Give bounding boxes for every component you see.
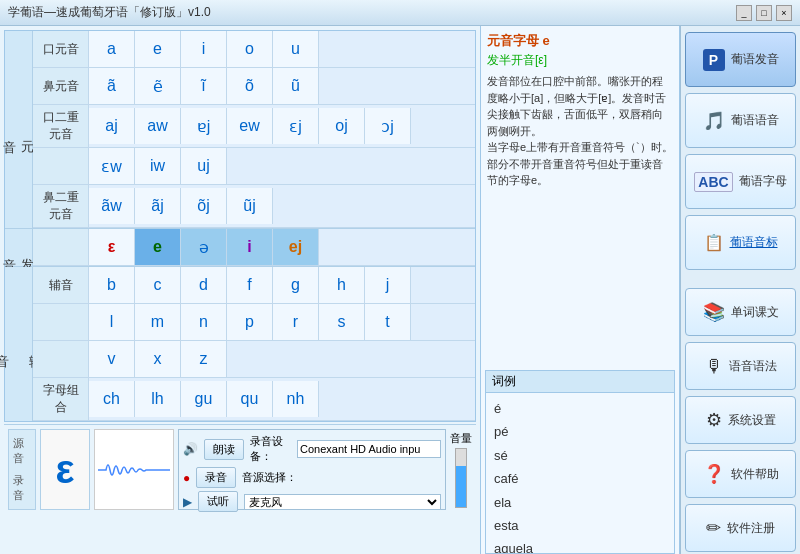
record-button[interactable]: 录音 bbox=[196, 467, 236, 488]
cell-etilde[interactable]: ẽ bbox=[135, 68, 181, 104]
cell-f[interactable]: f bbox=[227, 267, 273, 303]
cell-x[interactable]: x bbox=[135, 341, 181, 377]
volume-fill bbox=[456, 466, 466, 507]
maximize-button[interactable]: □ bbox=[756, 5, 772, 21]
word-lesson-button[interactable]: 📚 单词课文 bbox=[685, 288, 796, 336]
cell-l[interactable]: l bbox=[89, 304, 135, 340]
cell-h[interactable]: h bbox=[319, 267, 365, 303]
listen-button[interactable]: 试听 bbox=[198, 491, 238, 512]
cell-v[interactable]: v bbox=[89, 341, 135, 377]
puyu-yuyin-button[interactable]: 🎵 葡语语音 bbox=[685, 93, 796, 148]
minimize-button[interactable]: _ bbox=[736, 5, 752, 21]
puyu-fayin-button[interactable]: P 葡语发音 bbox=[685, 32, 796, 87]
cell-gu[interactable]: gu bbox=[181, 381, 227, 417]
cell-i-fa[interactable]: i bbox=[227, 229, 273, 265]
cell-i[interactable]: i bbox=[181, 31, 227, 67]
cell-iw[interactable]: iw bbox=[135, 148, 181, 184]
volume-bar bbox=[455, 448, 467, 508]
cell-s[interactable]: s bbox=[319, 304, 365, 340]
cell-opj[interactable]: ɔj bbox=[365, 108, 411, 144]
device-input[interactable] bbox=[297, 440, 441, 458]
yuyin-yufa-button[interactable]: 🎙 语音语法 bbox=[685, 342, 796, 390]
title-text: 学葡语—速成葡萄牙语「修订版」v1.0 bbox=[8, 4, 211, 21]
cell-ej[interactable]: ɐj bbox=[181, 108, 227, 144]
cell-atilde[interactable]: ã bbox=[89, 68, 135, 104]
cell-b[interactable]: b bbox=[89, 267, 135, 303]
cell-o[interactable]: o bbox=[227, 31, 273, 67]
cell-qu[interactable]: qu bbox=[227, 381, 273, 417]
read-button[interactable]: 朗读 bbox=[204, 439, 244, 460]
examples-list: é pé sé café ela esta aquela bbox=[486, 393, 674, 553]
er2-cells: ɛw iw uj bbox=[89, 148, 475, 184]
cell-ew[interactable]: ew bbox=[227, 108, 273, 144]
waveform-display bbox=[94, 429, 174, 510]
cell-g[interactable]: g bbox=[273, 267, 319, 303]
fayin-content: ε e ə i ej bbox=[33, 229, 475, 266]
listen-row: ▶ 试听 麦克风 bbox=[183, 491, 441, 512]
cell-e-sel[interactable]: e bbox=[135, 229, 181, 265]
cell-aj[interactable]: aj bbox=[89, 108, 135, 144]
fuyin-content: 辅音 b c d f g h j bbox=[33, 267, 475, 421]
cell-oj-tilde[interactable]: õj bbox=[181, 188, 227, 224]
record-label: 录音 bbox=[13, 473, 31, 503]
cell-t[interactable]: t bbox=[365, 304, 411, 340]
cell-otilde[interactable]: õ bbox=[227, 68, 273, 104]
volume-section: 音量 bbox=[450, 429, 472, 510]
spacer bbox=[685, 276, 796, 282]
yuanyin-section: 元音 口元音 a e i o u bbox=[5, 31, 475, 228]
close-button[interactable]: × bbox=[776, 5, 792, 21]
cell-aj-tilde[interactable]: ãj bbox=[135, 188, 181, 224]
er1-row: 口二重元音 aj aw ɐj ew ɛj oj ɔj bbox=[33, 105, 475, 148]
cell-p[interactable]: p bbox=[227, 304, 273, 340]
recording-controls: 🔊 朗读 录音设备： ● 录音 音源选择： ▶ 试听 麦克风 bbox=[178, 429, 446, 510]
fuyin-section: 辅音 辅音 b c d f g h j bbox=[5, 266, 475, 421]
cell-n[interactable]: n bbox=[181, 304, 227, 340]
listen-icon: ▶ bbox=[183, 495, 192, 509]
fuyin-label2 bbox=[33, 304, 89, 340]
record-icon: ● bbox=[183, 471, 190, 485]
abc-icon: ABC bbox=[694, 172, 732, 192]
cell-ej-fa[interactable]: ej bbox=[273, 229, 319, 265]
cell-a[interactable]: a bbox=[89, 31, 135, 67]
kouyu-cells: a e i o u bbox=[89, 31, 475, 67]
mic-select[interactable]: 麦克风 bbox=[244, 494, 441, 510]
cell-eps[interactable]: ε bbox=[89, 229, 135, 265]
cell-j[interactable]: j bbox=[365, 267, 411, 303]
register-button[interactable]: ✏ 软件注册 bbox=[685, 504, 796, 552]
source-label: 源音 bbox=[13, 436, 31, 466]
cell-oj[interactable]: oj bbox=[319, 108, 365, 144]
cell-e[interactable]: e bbox=[135, 31, 181, 67]
cell-epsj[interactable]: ɛj bbox=[273, 108, 319, 144]
puyu-zimu-button[interactable]: ABC 葡语字母 bbox=[685, 154, 796, 209]
biyu-label: 鼻元音 bbox=[33, 68, 89, 104]
system-settings-button[interactable]: ⚙ 系统设置 bbox=[685, 396, 796, 444]
left-panel: 元音 口元音 a e i o u bbox=[0, 26, 480, 554]
fuyin-cells2: l m n p r s t bbox=[89, 304, 475, 340]
cell-z[interactable]: z bbox=[181, 341, 227, 377]
cell-nh[interactable]: nh bbox=[273, 381, 319, 417]
cell-aw[interactable]: aw bbox=[135, 108, 181, 144]
cell-c[interactable]: c bbox=[135, 267, 181, 303]
cell-utilde[interactable]: ũ bbox=[273, 68, 319, 104]
cell-itilde[interactable]: ĩ bbox=[181, 68, 227, 104]
cell-uj[interactable]: uj bbox=[181, 148, 227, 184]
cell-epsw[interactable]: ɛw bbox=[89, 148, 135, 184]
cell-m[interactable]: m bbox=[135, 304, 181, 340]
cell-uj-tilde[interactable]: ũj bbox=[227, 188, 273, 224]
cell-u[interactable]: u bbox=[273, 31, 319, 67]
source-labels: 源音 录音 bbox=[8, 429, 36, 510]
cell-aw-tilde[interactable]: ãw bbox=[89, 188, 135, 224]
examples-box: 词例 é pé sé café ela esta aquela bbox=[485, 370, 675, 554]
device-label: 录音设备： bbox=[250, 434, 291, 464]
cell-lh[interactable]: lh bbox=[135, 381, 181, 417]
puyu-yinbiao-button[interactable]: 📋 葡语音标 bbox=[685, 215, 796, 270]
list-icon: 📋 bbox=[704, 233, 724, 252]
cell-schwa[interactable]: ə bbox=[181, 229, 227, 265]
puyu-yinbiao-label: 葡语音标 bbox=[730, 234, 778, 251]
cell-r[interactable]: r bbox=[273, 304, 319, 340]
cell-ch[interactable]: ch bbox=[89, 381, 135, 417]
help-button[interactable]: ❓ 软件帮助 bbox=[685, 450, 796, 498]
list-item: aquela bbox=[494, 537, 666, 553]
biyu-cells: ã ẽ ĩ õ ũ bbox=[89, 68, 475, 104]
cell-d[interactable]: d bbox=[181, 267, 227, 303]
